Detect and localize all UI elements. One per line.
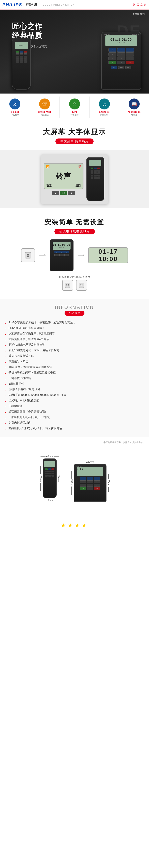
feature-intercom-label-cn: 内部对讲	[100, 114, 108, 116]
feature-chinese: 文 CHINESE 中文显示	[0, 96, 30, 118]
hero-slogan1: 匠心之作	[12, 22, 47, 31]
feature-phonebook-label-cn: 电话薄	[131, 114, 137, 116]
install-note: 插线屏幕显示日期即可使用	[4, 275, 145, 279]
hero-section: DE PHILIPS 匠心之作 经典品质 免费对讲 亲情号码 大屏背光 01:1…	[0, 10, 149, 94]
info-list-item: 2.4G数字跳频扩频技术，保密性好，通话清晰距离远；	[5, 319, 144, 325]
info-list-item: 预置拨号（32位）	[5, 359, 144, 364]
info-list-item: 1组每日闹钟	[5, 381, 144, 386]
handset-screen: 01:11 □	[15, 42, 28, 49]
install-diagram: ⟶ 01:11 08:00 小儿童 1 2 3 ⟶ 01-17 10:00	[4, 239, 145, 271]
dim-handset-width-label: 45mm	[40, 455, 59, 458]
big-screen-subtitle: 中文菜单 简单易用	[55, 138, 94, 144]
svg-rect-5	[66, 284, 67, 285]
dim-base-height-label: 155mm	[70, 471, 73, 495]
feature-save: ☆ SAVE 一键拨号	[60, 96, 89, 118]
large-date-display: 01-17 10:00	[88, 247, 128, 263]
date-display-group: 01-17 10:00	[88, 247, 128, 263]
page-header: PHILIPS 产品介绍 PRODUCT PRESENTATION 逛·买·品·…	[0, 0, 149, 10]
dim-handset-base-label: 12mm	[46, 499, 53, 502]
nav-controls: ▲ OK ▼	[52, 191, 75, 195]
dim-base-brand: PHILIPS	[76, 465, 82, 467]
dim-base-group: 220mm 155mm PHILIPS 小儿童 1 2	[70, 461, 110, 502]
dim-handset-phone	[43, 459, 57, 498]
header-nav[interactable]: 逛·买·品·惠	[133, 3, 147, 6]
hero-brand: PHILIPS	[133, 13, 145, 16]
info-list-item: LCD屏幕白色背光显示，5级亮度调节	[5, 331, 144, 336]
stars-section: ★★★★	[0, 518, 149, 533]
phone-screen-display: 📶 ⏰ 铃声 确定 返回	[44, 163, 83, 189]
nav-down-btn[interactable]: ▼	[68, 191, 75, 195]
feature-handsfree: ☏ HANDS-FREE 免提通话	[30, 96, 60, 118]
side-phone-handset	[86, 157, 104, 201]
screen-bottom-buttons: 确定 返回	[44, 183, 83, 189]
brand-logo: PHILIPS	[2, 2, 22, 7]
screen-display-group: 📶 ⏰ 铃声 确定 返回 ▲ OK ▼	[44, 163, 83, 195]
mini-handset-screen	[89, 160, 101, 166]
install-title: 安装简单 无需设置	[4, 218, 145, 227]
dim-base-screen-text: 小儿童	[77, 468, 103, 471]
clock-icon: ⏰	[78, 165, 81, 168]
feature-save-label-cn: 一键拨号	[71, 114, 78, 116]
outlet-icons-row	[4, 280, 145, 291]
feature-handsfree-label-cn: 免提通话	[41, 114, 49, 116]
base-screen: 01:11 08:00 1 2 3 4 5 6	[105, 35, 137, 46]
dim-base-width-label: 220mm	[71, 461, 109, 463]
arrow-icon: ⟶	[39, 252, 46, 258]
feature-intercom-icon: ◎	[99, 98, 110, 110]
base-screen-time: 01:11 08:00	[110, 38, 132, 41]
dim-handset-keys	[45, 468, 54, 476]
info-list-item: 一部座机可配到4部子机（一拖四）	[5, 414, 144, 420]
svg-rect-6	[68, 284, 69, 285]
dim-base-keys: 1 2 3 4 5 6 7 8 9 ✆ 0 ✆	[80, 477, 100, 490]
feature-intercom-label-en: INTERCOM	[99, 111, 109, 113]
big-screen-section: 大屏幕 大字体显示 中文菜单 简单易用	[0, 121, 149, 146]
info-list-item: 支持免提通话，通话音量4节调节	[5, 336, 144, 342]
feature-phonebook-icon: 📖	[129, 98, 140, 110]
hero-handset-phone: 01:11 □	[12, 38, 31, 90]
dim-handset-depth-label: 35mm	[58, 471, 60, 486]
dimension-note: 手工测量略有误差，实际尺寸以实物为准。	[4, 441, 145, 444]
base-keypad: 123	[109, 48, 134, 52]
dim-handset-height-label: 165mm	[39, 466, 42, 491]
base-model-label: D7301B/93	[132, 33, 139, 35]
nav-up-btn[interactable]: ▲	[52, 191, 59, 195]
install-phone-base: 01:11 08:00 小儿童 1 2 3	[50, 239, 74, 271]
info-list-item: 通话闲音保留（会议保留功能）	[5, 409, 144, 414]
mini-handset-keys	[90, 167, 100, 179]
feature-handsfree-icon: ☏	[39, 98, 50, 110]
feature-chinese-label-en: CHINESE	[10, 111, 19, 113]
feature-chinese-icon: 文	[9, 98, 20, 110]
dimension-diagram: 45mm 165mm	[4, 447, 145, 514]
feature-chinese-label-cn: 中文显示	[11, 114, 19, 116]
power-outlet	[21, 248, 35, 262]
info-list-item: 免费内部通话对讲	[5, 420, 144, 426]
svg-rect-8	[79, 283, 84, 288]
feature-intercom: ◎ INTERCOM 内部对讲	[89, 96, 119, 118]
features-bar: 文 CHINESE 中文显示 ☏ HANDS-FREE 免提通话 ☆ SAVE …	[0, 94, 149, 121]
info-list: 2.4G数字跳频扩频技术，保密性好，通话清晰距离远；FSK/DTMF双制式来电显…	[5, 319, 144, 431]
svg-rect-1	[27, 254, 28, 255]
info-list-item: 闪断时间(100ms, 300ms,600ms, 1000ms)可选	[5, 392, 144, 398]
info-list-item: 子机键盘锁	[5, 403, 144, 409]
dim-handset-group: 45mm 165mm	[39, 455, 60, 502]
arrow-icon2: ⟶	[77, 252, 84, 258]
base-brand-label: PHILIPS	[104, 33, 110, 35]
power-outlet-small	[62, 280, 73, 291]
info-list-item: 18首铃声，5级音量调节及闹音选择	[5, 364, 144, 370]
screen-back-btn: 返回	[75, 184, 81, 187]
dim-handset-with-height: 165mm	[39, 459, 60, 498]
dim-base-depth-label: 55mm	[107, 474, 110, 492]
dim-handset-screen	[44, 461, 55, 467]
install-screen-time: 01:11 08:00	[53, 243, 70, 246]
base-function-keys: INT MSG DIR	[111, 66, 131, 69]
feature-phonebook-label-en: PHONEBOOK	[128, 111, 141, 113]
install-section: 安装简单 无需设置 插入电话线电源即用 ⟶ 01:11 08:00 小儿童 1 …	[0, 212, 149, 299]
nav-ok-btn[interactable]: OK	[60, 191, 67, 195]
feature-save-label-en: SAVE	[72, 111, 77, 113]
base-screen-date: 1 2 3 4 5 6	[117, 41, 125, 43]
screen-confirm-btn: 确定	[46, 184, 52, 187]
info-title-en: INFORMATION	[5, 305, 144, 310]
info-list-item: 子机与子机之间可内部通话及转接电话	[5, 370, 144, 375]
info-list-item: FSK/DTMF双制式来电显示；	[5, 325, 144, 331]
section-title-en: PRODUCT PRESENTATION	[39, 4, 75, 6]
